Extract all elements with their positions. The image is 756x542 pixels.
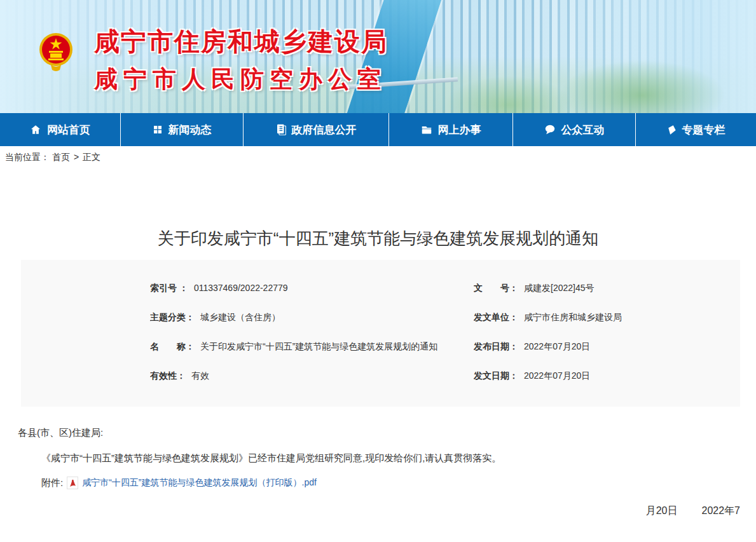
document-meta-panel: 索引号 ：011337469/2022-22779 文 号：咸建发[2022]4… (21, 260, 740, 407)
meta-doc-name: 名 称：关于印发咸宁市“十四五”建筑节能与绿色建筑发展规划的通知 (150, 341, 474, 353)
breadcrumb: 当前位置： 首页>正文 (0, 146, 756, 169)
nav-item-special-columns[interactable]: 专题专栏 (635, 113, 756, 146)
date-part-2: 2022年7 (702, 505, 741, 518)
nav-item-label: 网站首页 (47, 123, 90, 137)
nav-item-label: 专题专栏 (682, 123, 725, 137)
meta-issue-date: 发文日期：2022年07月20日 (474, 370, 740, 382)
meta-publish-date: 发布日期：2022年07月20日 (474, 341, 740, 353)
main-nav: 网站首页 新闻动态 政府信息公开 网上办事 公众互动 专题专栏 (0, 113, 756, 146)
nav-item-public-interaction[interactable]: 公众互动 (512, 113, 635, 146)
meta-issuing-unit: 发文单位：咸宁市住房和城乡建设局 (474, 312, 740, 323)
tag-icon (667, 125, 677, 135)
body-paragraph: 《咸宁市“十四五”建筑节能与绿色建筑发展规划》已经市住建局党组研究同意,现印发给… (18, 452, 756, 464)
article-body: 各县(市、区)住建局: 《咸宁市“十四五”建筑节能与绿色建筑发展规划》已经市住建… (0, 427, 756, 518)
breadcrumb-separator: > (74, 152, 79, 162)
chat-icon (544, 125, 556, 135)
attachment-row: 附件: 咸宁市“十四五”建筑节能与绿色建筑发展规划（打印版）.pdf (18, 477, 756, 489)
nav-item-gov-info[interactable]: 政府信息公开 (243, 113, 388, 146)
meta-index-number: 索引号 ：011337469/2022-22779 (150, 283, 474, 294)
breadcrumb-home-link[interactable]: 首页 (52, 152, 70, 162)
nav-item-label: 新闻动态 (168, 123, 212, 137)
pdf-file-icon (67, 477, 78, 489)
briefcase-icon (421, 125, 432, 135)
nav-item-label: 公众互动 (561, 123, 605, 137)
breadcrumb-prefix: 当前位置： (5, 152, 50, 162)
nav-item-home[interactable]: 网站首页 (0, 113, 120, 146)
site-banner: 咸宁市住房和城乡建设局 咸宁市人民防空办公室 (0, 0, 756, 113)
document-date: 月20日 2022年7 (18, 505, 756, 518)
salutation: 各县(市、区)住建局: (18, 427, 756, 439)
nav-item-label: 网上办事 (438, 123, 481, 137)
grid-icon (153, 125, 163, 135)
site-title-line1: 咸宁市住房和城乡建设局 (94, 24, 388, 59)
nav-item-label: 政府信息公开 (292, 123, 357, 137)
site-title-line2: 咸宁市人民防空办公室 (94, 64, 388, 95)
attachment-label: 附件: (41, 477, 63, 489)
document-meta-table: 索引号 ：011337469/2022-22779 文 号：咸建发[2022]4… (150, 274, 740, 391)
home-icon (30, 124, 41, 135)
attachment-pdf-link[interactable]: 咸宁市“十四五”建筑节能与绿色建筑发展规划（打印版）.pdf (82, 477, 317, 489)
meta-topic-category: 主题分类：城乡建设（含住房） (150, 312, 474, 323)
national-emblem-icon (38, 32, 74, 74)
breadcrumb-current: 正文 (83, 152, 100, 162)
nav-item-news[interactable]: 新闻动态 (120, 113, 243, 146)
date-part-1: 月20日 (646, 505, 678, 518)
document-icon (276, 124, 286, 135)
nav-item-online-services[interactable]: 网上办事 (388, 113, 512, 146)
meta-validity: 有效性：有效 (150, 370, 474, 382)
meta-doc-number: 文 号：咸建发[2022]45号 (474, 283, 740, 294)
article-title: 关于印发咸宁市“十四五”建筑节能与绿色建筑发展规划的通知 (0, 227, 756, 250)
site-title: 咸宁市住房和城乡建设局 咸宁市人民防空办公室 (94, 24, 388, 95)
